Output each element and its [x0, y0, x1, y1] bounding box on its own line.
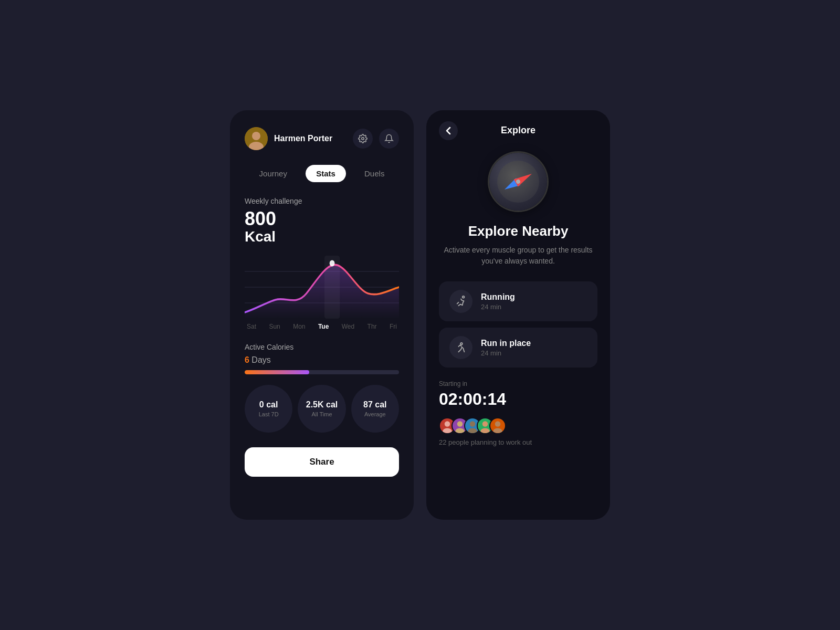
running-info: Running 24 min [481, 292, 587, 311]
right-screen: Explore Explore Nearby Activate every mu… [426, 110, 610, 520]
svg-point-16 [468, 428, 477, 433]
days-text: Days [251, 355, 270, 364]
starting-section: Starting in 02:00:14 [439, 380, 597, 446]
countdown: 02:00:14 [439, 390, 597, 409]
progress-bar-bg [245, 370, 399, 374]
stat-sub-average: Average [364, 411, 386, 417]
explore-title: Explore [501, 125, 536, 136]
tab-stats[interactable]: Stats [306, 165, 346, 182]
compass-container [439, 153, 597, 211]
workout-item-running[interactable]: Running 24 min [439, 281, 597, 321]
people-avatars [439, 417, 597, 434]
day-sun: Sun [269, 323, 280, 330]
svg-point-11 [445, 421, 450, 427]
running-duration: 24 min [481, 303, 587, 311]
explore-header: Explore [439, 125, 597, 136]
running-icon [455, 296, 467, 307]
svg-point-17 [482, 421, 488, 427]
header: Harmen Porter [245, 127, 399, 150]
day-sat: Sat [247, 323, 256, 330]
header-icons [353, 129, 399, 149]
kcal-value: 800 [245, 208, 276, 229]
svg-point-1 [252, 132, 260, 140]
needle-red [514, 170, 534, 186]
bell-icon [384, 134, 394, 143]
svg-point-9 [463, 296, 465, 298]
svg-point-3 [362, 138, 364, 140]
progress-bar-fill [245, 370, 309, 374]
compass [489, 153, 547, 211]
svg-point-19 [495, 421, 501, 427]
svg-point-8 [330, 260, 335, 266]
kcal-display: 800 Kcal [245, 209, 399, 245]
stat-card-average: 87 cal Average [351, 385, 399, 433]
gear-icon [358, 134, 368, 143]
day-mon: Mon [293, 323, 305, 330]
day-thr: Thr [368, 323, 377, 330]
stat-value-average: 87 cal [363, 400, 386, 410]
compass-needle [502, 170, 534, 193]
user-name: Harmen Porter [274, 134, 332, 143]
running-icon-bg [449, 290, 472, 313]
stat-cards: 0 cal Last 7D 2.5K cal All Time 87 cal A… [245, 385, 399, 433]
day-tue: Tue [318, 323, 329, 330]
tab-duels[interactable]: Duels [354, 165, 395, 182]
stat-card-alltime: 2.5K cal All Time [298, 385, 345, 433]
svg-point-12 [443, 428, 452, 433]
stat-value-last7d: 0 cal [259, 400, 278, 410]
svg-point-14 [455, 428, 465, 433]
days-label: 6 Days [245, 355, 399, 365]
workout-item-run-in-place[interactable]: Run in place 24 min [439, 328, 597, 368]
kcal-unit: Kcal [245, 228, 276, 245]
left-screen: Harmen Porter Journey [230, 110, 414, 520]
user-info: Harmen Porter [245, 127, 332, 150]
tabs: Journey Stats Duels [245, 165, 399, 182]
running-name: Running [481, 292, 587, 302]
run-in-place-info: Run in place 24 min [481, 339, 587, 357]
svg-point-15 [470, 421, 476, 427]
run-in-place-name: Run in place [481, 339, 587, 348]
svg-point-18 [480, 428, 490, 433]
explore-description: Activate every muscle group to get the r… [439, 245, 597, 267]
starting-label: Starting in [439, 380, 597, 387]
svg-point-13 [457, 421, 463, 427]
tab-journey[interactable]: Journey [249, 165, 298, 182]
stat-sub-alltime: All Time [311, 411, 332, 417]
run-in-place-duration: 24 min [481, 349, 587, 357]
people-count: 22 people planning to work out [439, 438, 597, 446]
back-icon [446, 127, 451, 135]
active-calories-section: Active Calories 6 Days [245, 343, 399, 374]
svg-point-20 [493, 428, 502, 433]
back-button[interactable] [439, 121, 458, 140]
weekly-challenge-section: Weekly challenge 800 Kcal [245, 197, 399, 245]
day-wed: Wed [342, 323, 354, 330]
avatar [245, 127, 268, 150]
compass-inner [497, 161, 539, 203]
screens-container: Harmen Porter Journey [230, 110, 610, 520]
share-button[interactable]: Share [245, 447, 399, 477]
active-calories-title: Active Calories [245, 343, 399, 351]
stat-card-last7d: 0 cal Last 7D [245, 385, 292, 433]
run-in-place-icon-bg [449, 336, 472, 359]
stat-sub-last7d: Last 7D [259, 411, 279, 417]
stat-value-alltime: 2.5K cal [306, 400, 338, 410]
svg-point-10 [460, 343, 463, 345]
weekly-challenge-title: Weekly challenge [245, 197, 399, 205]
explore-nearby-title: Explore Nearby [439, 223, 597, 239]
notifications-button[interactable] [379, 129, 399, 149]
run-in-place-icon [455, 342, 467, 353]
person-avatar-5 [489, 417, 506, 434]
days-value: 6 [245, 355, 249, 364]
weekly-chart [245, 256, 399, 319]
day-fri: Fri [390, 323, 397, 330]
day-labels: Sat Sun Mon Tue Wed Thr Fri [245, 323, 399, 330]
settings-button[interactable] [353, 129, 373, 149]
